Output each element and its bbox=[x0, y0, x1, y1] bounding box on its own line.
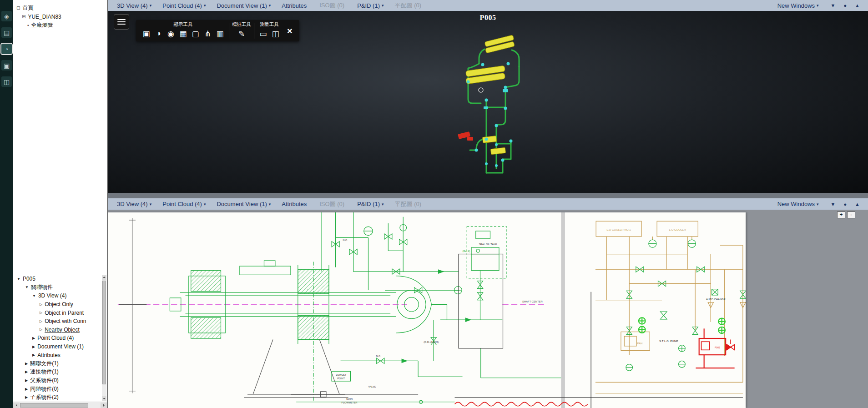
tree-item[interactable]: ▶ Attributes bbox=[13, 351, 101, 359]
expand-box-icon[interactable]: ⊞ bbox=[22, 14, 25, 19]
menu-item[interactable]: Point Cloud (4) ▾ bbox=[157, 2, 211, 9]
tree-expand-icon[interactable]: ▶ bbox=[32, 336, 35, 340]
menu-item[interactable]: Document View (1) ▾ bbox=[211, 2, 276, 9]
menu-item[interactable]: Attributes bbox=[276, 2, 314, 9]
menu-item[interactable]: 平配圖 (0) bbox=[389, 1, 429, 10]
tree-item-label: Object with Conn bbox=[45, 318, 86, 324]
annotation-tools-group: 標註工具 ✎ bbox=[231, 21, 252, 40]
menu-item[interactable]: 3D View (4) ▾ bbox=[111, 201, 157, 207]
tree-expand-icon[interactable]: ▶ bbox=[32, 353, 35, 357]
viewport-pid[interactable]: SEAL OIL TANK (Ref.2) N.C. N.C. (O.D.×1S… bbox=[108, 210, 868, 408]
menu-item[interactable]: P&ID (1) ▾ bbox=[352, 2, 389, 9]
tool-icon[interactable]: ◑ bbox=[152, 27, 165, 40]
tree-item-home[interactable]: ⊟ 首頁 bbox=[13, 4, 107, 12]
object-tree-vertical-scrollbar[interactable] bbox=[102, 275, 106, 401]
tool-icon[interactable]: ▥ bbox=[214, 27, 226, 40]
window-control-icon[interactable]: ▲ bbox=[855, 201, 860, 207]
label-point: POINT bbox=[337, 377, 345, 380]
window-control-list: ▼●▲ bbox=[831, 3, 860, 8]
tree-item[interactable]: ▶ 關聯文件(1) bbox=[13, 359, 101, 368]
tree-item[interactable]: ▷ Object in Parent bbox=[13, 308, 101, 317]
tree-item[interactable]: ▶ Document View (1) bbox=[13, 343, 101, 351]
zoom-in-button[interactable]: + bbox=[837, 212, 845, 218]
menu-item[interactable]: P&ID (1) ▾ bbox=[352, 201, 389, 207]
menu-item[interactable]: Document View (1) ▾ bbox=[211, 201, 276, 207]
tree-item[interactable]: ▷ Nearby Object bbox=[13, 326, 101, 334]
tool-icon[interactable]: ◉ bbox=[165, 27, 177, 40]
window-control-icon[interactable]: ▲ bbox=[855, 3, 860, 8]
tree-expand-icon[interactable]: ▷ bbox=[40, 302, 42, 307]
caret-down-icon: ▾ bbox=[204, 3, 206, 8]
tree-item[interactable]: ▶ 父系物件(0) bbox=[13, 376, 101, 385]
horizontal-scroll-thumb[interactable] bbox=[20, 403, 88, 408]
scroll-left-arrow-icon[interactable] bbox=[13, 403, 20, 408]
panel-horizontal-scrollbar[interactable] bbox=[13, 402, 107, 408]
menu-item[interactable]: ISO圖 (0) bbox=[314, 1, 352, 10]
tree-expand-icon[interactable]: ▶ bbox=[25, 378, 28, 383]
tree-item-plant-browse[interactable]: ▪ 全廠瀏覽 bbox=[13, 21, 107, 30]
rail-tool-icon[interactable]: ◈ bbox=[1, 11, 12, 21]
window-control-icon[interactable]: ● bbox=[843, 201, 847, 207]
tree-item-label: Point Cloud (4) bbox=[37, 335, 74, 341]
menu-item-label: 3D View (4) bbox=[117, 2, 148, 9]
tool-icon[interactable]: ▣ bbox=[140, 27, 152, 40]
tree-expand-icon[interactable]: ▶ bbox=[25, 387, 28, 391]
tree-expand-icon[interactable]: ▶ bbox=[25, 362, 28, 366]
tree-item[interactable]: ▶ 子系物件(2) bbox=[13, 393, 101, 401]
caret-down-icon: ▾ bbox=[150, 3, 152, 8]
new-windows-menu[interactable]: New Windows ▾ bbox=[772, 201, 824, 207]
bullet-icon: ▪ bbox=[27, 23, 29, 28]
tree-item[interactable]: ▶ 同階物件(0) bbox=[13, 385, 101, 393]
toolbar-close-button[interactable]: × bbox=[283, 26, 297, 35]
rail-tool-icon[interactable]: ▣ bbox=[1, 60, 12, 71]
tool-icon[interactable]: ⋔ bbox=[202, 27, 214, 40]
vertical-scroll-thumb[interactable] bbox=[102, 281, 106, 384]
tree-expand-icon[interactable]: ▼ bbox=[25, 285, 29, 289]
tool-icon[interactable]: ▢ bbox=[189, 27, 202, 40]
tree-expand-icon[interactable]: ▶ bbox=[32, 345, 35, 349]
tree-item[interactable]: ▼ P005 bbox=[13, 275, 101, 283]
tree-item[interactable]: ▼ 關聯物件 bbox=[13, 283, 101, 292]
tool-icon[interactable]: ✎ bbox=[236, 27, 248, 40]
viewport-3d[interactable]: P005 顯示工具 ▣◑◉▦▢⋔▥ 標註工具 ✎ 測量工具 bbox=[108, 11, 868, 193]
tree-item[interactable]: ▼ 3D View (4) bbox=[13, 292, 101, 300]
tree-expand-icon[interactable]: ▶ bbox=[25, 370, 28, 374]
window-control-icon[interactable]: ● bbox=[843, 3, 847, 8]
menu-item[interactable]: 平配圖 (0) bbox=[389, 200, 429, 208]
collapse-box-icon[interactable]: ⊟ bbox=[16, 5, 20, 10]
tree-item-label: Nearby Object bbox=[45, 327, 80, 333]
tool-icon[interactable]: ▦ bbox=[177, 27, 189, 40]
window-control-icon[interactable]: ▼ bbox=[831, 3, 836, 8]
hamburger-menu-button[interactable] bbox=[114, 14, 129, 30]
tree-item[interactable]: ▶ 連接物件(1) bbox=[13, 368, 101, 377]
main-area: 3D View (4) ▾ Point Cloud (4) ▾ Document… bbox=[108, 0, 868, 408]
tree-expand-icon[interactable]: ▷ bbox=[40, 327, 42, 332]
measure-tools-icons: ▭◫ bbox=[257, 27, 282, 40]
tree-item[interactable]: ▷ Object with Conn bbox=[13, 317, 101, 326]
menu-item[interactable]: ISO圖 (0) bbox=[314, 200, 352, 208]
scroll-down-arrow-icon[interactable] bbox=[102, 396, 106, 401]
tree-item[interactable]: ▶ Point Cloud (4) bbox=[13, 334, 101, 343]
rail-tool-icon[interactable]: ◔ bbox=[1, 44, 12, 54]
menu-item[interactable]: Point Cloud (4) ▾ bbox=[157, 201, 211, 207]
zoom-out-button[interactable]: - bbox=[847, 212, 855, 218]
menu-item[interactable]: 3D View (4) ▾ bbox=[111, 2, 157, 9]
menubar-right-controls: New Windows ▾ ▼●▲ bbox=[772, 2, 868, 9]
tree-expand-icon[interactable]: ▷ bbox=[40, 311, 42, 315]
tree-expand-icon[interactable]: ▷ bbox=[40, 319, 42, 323]
scroll-up-arrow-icon[interactable] bbox=[102, 275, 106, 280]
new-windows-menu[interactable]: New Windows ▾ bbox=[772, 2, 824, 9]
menu-item[interactable]: Attributes bbox=[276, 201, 314, 207]
tree-item-site[interactable]: ⊞ YUE_DIAN83 bbox=[13, 12, 107, 21]
window-control-icon[interactable]: ▼ bbox=[831, 201, 836, 207]
rail-tool-icon[interactable]: ▤ bbox=[1, 27, 12, 38]
viewport-divider[interactable] bbox=[108, 193, 868, 198]
tree-expand-icon[interactable]: ▼ bbox=[17, 277, 20, 281]
tool-icon[interactable]: ◫ bbox=[269, 27, 282, 40]
tree-expand-icon[interactable]: ▶ bbox=[25, 395, 28, 399]
scroll-right-arrow-icon[interactable] bbox=[101, 403, 107, 408]
tree-item[interactable]: ▷ Object Only bbox=[13, 300, 101, 309]
rail-tool-icon[interactable]: ◫ bbox=[1, 76, 12, 87]
tree-expand-icon[interactable]: ▼ bbox=[32, 294, 36, 298]
tool-icon[interactable]: ▭ bbox=[257, 27, 269, 40]
